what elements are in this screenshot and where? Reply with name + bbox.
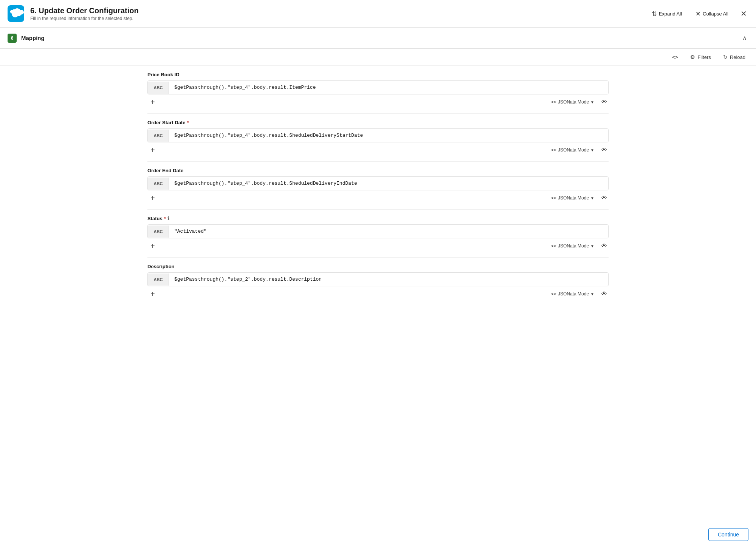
code-brackets-icon-status: <> (551, 243, 556, 249)
jsonata-mode-button-order_end_date[interactable]: <> JSONata Mode ▼ (549, 194, 596, 202)
jsonata-mode-button-order_start_date[interactable]: <> JSONata Mode ▼ (549, 146, 596, 154)
reload-label: Reload (730, 54, 745, 60)
required-indicator: * (164, 216, 166, 221)
section-badge: 6 (8, 34, 17, 43)
field-type-badge-order_end_date: ABC (148, 178, 169, 190)
add-button-description[interactable]: + (147, 289, 158, 299)
jsonata-mode-area-price_book_id: <> JSONata Mode ▼ 👁 (549, 97, 609, 107)
eye-icon-status: 👁 (601, 243, 607, 249)
caret-icon-order_start_date: ▼ (590, 148, 594, 152)
header-title: 6. Update Order Configuration (30, 6, 649, 15)
mapping-field-order_end_date: Order End Date ABC $getPassthrough()."st… (147, 162, 609, 210)
jsonata-mode-area-order_start_date: <> JSONata Mode ▼ 👁 (549, 145, 609, 155)
close-button[interactable]: ✕ (739, 8, 748, 19)
field-label-status: Status*ℹ (147, 216, 609, 221)
field-value-row-order_end_date: ABC $getPassthrough()."step_4".body.resu… (147, 176, 609, 190)
code-icon: <> (672, 54, 679, 60)
eye-button-order_start_date[interactable]: 👁 (600, 145, 609, 155)
eye-icon-order_end_date: 👁 (601, 195, 607, 201)
section-header: 6 Mapping ∧ (0, 28, 756, 49)
field-actions-row-description: + <> JSONata Mode ▼ 👁 (147, 289, 609, 299)
eye-icon-description: 👁 (601, 290, 607, 297)
add-button-order_end_date[interactable]: + (147, 193, 158, 203)
caret-icon-description: ▼ (590, 292, 594, 296)
field-label-text-order_start_date: Order Start Date (147, 120, 185, 125)
continue-label: Continue (718, 532, 739, 538)
jsonata-mode-area-description: <> JSONata Mode ▼ 👁 (549, 289, 609, 299)
eye-icon-order_start_date: 👁 (601, 147, 607, 153)
field-label-text-description: Description (147, 264, 175, 269)
salesforce-logo (8, 5, 24, 22)
expand-all-label: Expand All (659, 11, 682, 17)
section-collapse-button[interactable]: ∧ (741, 33, 748, 43)
jsonata-mode-label-order_start_date: JSONata Mode (558, 147, 589, 153)
field-value-row-status: ABC "Activated" (147, 224, 609, 238)
reload-button[interactable]: ↻ Reload (720, 53, 748, 62)
field-label-text-order_end_date: Order End Date (147, 168, 183, 173)
mapping-field-description: Description ABC $getPassthrough()."step_… (147, 258, 609, 305)
field-value-text-status: "Activated" (169, 225, 608, 238)
chevron-up-icon: ∧ (742, 35, 747, 41)
field-type-badge-status: ABC (148, 226, 169, 238)
required-indicator: * (187, 120, 189, 125)
header-subtitle: Fill in the required information for the… (30, 16, 649, 21)
eye-button-order_end_date[interactable]: 👁 (600, 193, 609, 203)
jsonata-mode-area-status: <> JSONata Mode ▼ 👁 (549, 241, 609, 251)
info-icon[interactable]: ℹ (167, 216, 169, 221)
filters-button[interactable]: ⚙ Filters (687, 53, 714, 62)
eye-button-status[interactable]: 👁 (600, 241, 609, 251)
code-brackets-icon-order_start_date: <> (551, 147, 556, 153)
collapse-all-button[interactable]: ✕ Collapse All (692, 9, 731, 19)
page-wrapper: 6. Update Order Configuration Fill in th… (0, 0, 756, 547)
filter-icon: ⚙ (690, 54, 695, 60)
eye-button-description[interactable]: 👁 (600, 289, 609, 299)
eye-button-price_book_id[interactable]: 👁 (600, 97, 609, 107)
expand-all-button[interactable]: ⇅ Expand All (649, 9, 685, 19)
header-actions: ⇅ Expand All ✕ Collapse All ✕ (649, 8, 748, 19)
content-outer: Price Book ID ABC $getPassthrough()."ste… (0, 66, 756, 522)
jsonata-mode-button-price_book_id[interactable]: <> JSONata Mode ▼ (549, 98, 596, 106)
mapping-field-price_book_id: Price Book ID ABC $getPassthrough()."ste… (147, 66, 609, 114)
field-value-text-description: $getPassthrough()."step_2".body.result.D… (169, 273, 608, 286)
header: 6. Update Order Configuration Fill in th… (0, 0, 756, 28)
jsonata-mode-label-price_book_id: JSONata Mode (558, 99, 589, 105)
footer: Continue (0, 522, 756, 547)
code-brackets-icon-description: <> (551, 291, 556, 297)
mapping-field-order_start_date: Order Start Date* ABC $getPassthrough().… (147, 114, 609, 162)
add-button-status[interactable]: + (147, 241, 158, 251)
field-type-badge-price_book_id: ABC (148, 82, 169, 94)
jsonata-mode-label-description: JSONata Mode (558, 291, 589, 297)
field-label-order_end_date: Order End Date (147, 168, 609, 173)
close-icon: ✕ (741, 9, 747, 18)
jsonata-mode-button-status[interactable]: <> JSONata Mode ▼ (549, 242, 596, 250)
field-type-badge-description: ABC (148, 274, 169, 286)
field-actions-row-price_book_id: + <> JSONata Mode ▼ 👁 (147, 97, 609, 107)
eye-icon-price_book_id: 👁 (601, 99, 607, 105)
jsonata-mode-area-order_end_date: <> JSONata Mode ▼ 👁 (549, 193, 609, 203)
filters-label: Filters (697, 54, 711, 60)
field-value-text-price_book_id: $getPassthrough()."step_4".body.result.I… (169, 81, 608, 94)
collapse-icon: ✕ (696, 10, 700, 17)
mapping-field-status: Status*ℹ ABC "Activated" + <> JSONata Mo… (147, 210, 609, 258)
content-scroll[interactable]: Price Book ID ABC $getPassthrough()."ste… (0, 66, 756, 522)
continue-button[interactable]: Continue (708, 528, 748, 541)
caret-icon-price_book_id: ▼ (590, 100, 594, 104)
field-actions-row-order_start_date: + <> JSONata Mode ▼ 👁 (147, 145, 609, 155)
add-button-price_book_id[interactable]: + (147, 97, 158, 107)
toolbar: <> ⚙ Filters ↻ Reload (0, 49, 756, 66)
code-brackets-icon-order_end_date: <> (551, 195, 556, 201)
caret-icon-status: ▼ (590, 244, 594, 248)
jsonata-mode-button-description[interactable]: <> JSONata Mode ▼ (549, 290, 596, 298)
field-value-row-order_start_date: ABC $getPassthrough()."step_4".body.resu… (147, 128, 609, 142)
code-brackets-icon-price_book_id: <> (551, 99, 556, 105)
add-button-order_start_date[interactable]: + (147, 145, 158, 155)
field-label-order_start_date: Order Start Date* (147, 120, 609, 125)
jsonata-mode-label-status: JSONata Mode (558, 243, 589, 249)
section-title: Mapping (21, 35, 741, 41)
code-toggle-button[interactable]: <> (669, 53, 682, 62)
jsonata-mode-label-order_end_date: JSONata Mode (558, 195, 589, 201)
field-label-text-status: Status (147, 216, 163, 221)
field-label-text-price_book_id: Price Book ID (147, 72, 180, 77)
field-value-row-description: ABC $getPassthrough()."step_2".body.resu… (147, 272, 609, 286)
field-label-description: Description (147, 264, 609, 269)
